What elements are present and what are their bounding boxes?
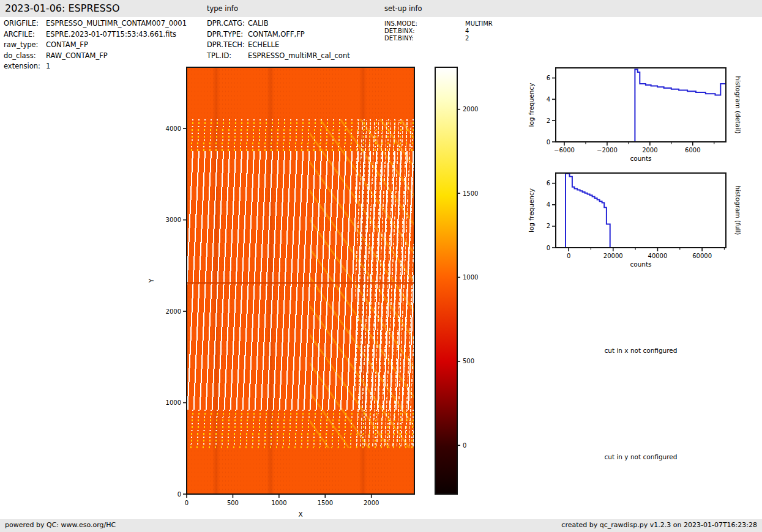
metadata-value: ECHELLE xyxy=(248,40,279,49)
metadata-row: raw_type:CONTAM_FP xyxy=(4,40,187,51)
metadata-row: INS.MODE:MULTIMR xyxy=(384,20,493,28)
metadata-value: ESPRESSO_multiMR_cal_cont xyxy=(248,51,350,60)
svg-text:1500: 1500 xyxy=(463,190,478,197)
file-metadata-block: ORIGFILE:ESPRESSO_MULTIMR_CONTAM007_0001… xyxy=(4,18,187,72)
metadata-row: DET.BINX:4 xyxy=(384,28,493,35)
metadata-value: MULTIMR xyxy=(465,20,493,27)
svg-text:0: 0 xyxy=(185,500,189,506)
svg-text:4000: 4000 xyxy=(166,125,181,132)
svg-text:500: 500 xyxy=(463,358,474,364)
metadata-label: ARCFILE: xyxy=(4,29,46,40)
setup-info-heading: set-up info xyxy=(384,4,422,13)
metadata-label: DPR.TYPE: xyxy=(207,29,248,40)
metadata-value: 2 xyxy=(465,35,469,42)
svg-text:6: 6 xyxy=(547,180,550,187)
svg-text:2000: 2000 xyxy=(166,308,181,315)
setup-info-block: INS.MODE:MULTIMR DET.BINX:4 DET.BINY:2 xyxy=(384,20,493,42)
svg-text:1000: 1000 xyxy=(166,399,181,406)
svg-text:counts: counts xyxy=(630,260,651,268)
note-cut-y: cut in y not configured xyxy=(556,453,726,460)
raw-image-plot: 050010001500200001000200030004000XY xyxy=(187,67,414,494)
svg-text:1500: 1500 xyxy=(318,500,333,506)
type-info-block: DPR.CATG:CALIB DPR.TYPE:CONTAM,OFF,FP DP… xyxy=(207,18,350,61)
metadata-value: CONTAM,OFF,FP xyxy=(248,30,305,39)
svg-text:0: 0 xyxy=(463,442,466,449)
metadata-value: 1 xyxy=(46,62,50,70)
metadata-label: ORIGFILE: xyxy=(4,18,46,29)
metadata-value: 4 xyxy=(465,28,469,34)
svg-text:60000: 60000 xyxy=(692,253,712,259)
metadata-value: CONTAM_FP xyxy=(46,40,88,49)
metadata-label: DET.BINX: xyxy=(384,28,465,35)
raw-image-axes: 050010001500200001000200030004000XY xyxy=(187,67,414,494)
metadata-value: RAW_CONTAM_FP xyxy=(46,51,108,60)
svg-text:1000: 1000 xyxy=(463,274,478,281)
metadata-row: DPR.CATG:CALIB xyxy=(207,18,350,29)
svg-text:6000: 6000 xyxy=(685,147,700,153)
svg-text:X: X xyxy=(298,511,302,518)
metadata-row: ARCFILE:ESPRE.2023-01-07T15:53:43.661.fi… xyxy=(4,29,187,40)
metadata-value: CALIB xyxy=(248,19,269,28)
svg-text:0: 0 xyxy=(567,253,570,259)
metadata-label: do_class: xyxy=(4,51,46,62)
svg-text:0: 0 xyxy=(177,491,181,498)
metadata-label: DET.BINY: xyxy=(384,35,465,42)
svg-text:3000: 3000 xyxy=(166,216,181,223)
page-title: 2023-01-06: ESPRESSO xyxy=(5,2,120,14)
svg-text:Y: Y xyxy=(148,278,155,283)
metadata-row: TPL.ID:ESPRESSO_multiMR_cal_cont xyxy=(207,51,350,62)
metadata-row: DET.BINY:2 xyxy=(384,35,493,42)
colorbar: 0500100015002000 xyxy=(435,67,457,494)
svg-text:500: 500 xyxy=(227,500,239,506)
svg-text:2000: 2000 xyxy=(463,106,478,113)
svg-text:2: 2 xyxy=(547,117,550,124)
svg-text:40000: 40000 xyxy=(648,253,668,259)
metadata-value: ESPRESSO_MULTIMR_CONTAM007_0001 xyxy=(46,19,187,28)
svg-text:log frequency: log frequency xyxy=(528,83,535,127)
svg-text:−6000: −6000 xyxy=(554,147,575,153)
svg-text:4: 4 xyxy=(547,201,550,208)
metadata-row: do_class:RAW_CONTAM_FP xyxy=(4,51,187,62)
svg-text:4: 4 xyxy=(547,96,550,103)
svg-text:2: 2 xyxy=(547,223,550,229)
svg-text:6: 6 xyxy=(547,75,550,81)
metadata-label: DPR.CATG: xyxy=(207,18,248,29)
footer-powered-by: powered by QC: www.eso.org/HC xyxy=(5,521,116,529)
svg-text:20000: 20000 xyxy=(603,253,623,259)
svg-text:histogram (detail): histogram (detail) xyxy=(734,76,742,133)
metadata-row: DPR.TECH:ECHELLE xyxy=(207,40,350,51)
metadata-label: TPL.ID: xyxy=(207,51,248,62)
metadata-row: extension:1 xyxy=(4,61,187,72)
svg-text:histogram (full): histogram (full) xyxy=(734,186,742,235)
histogram-detail-plot: −6000−2000200060000246countslog frequenc… xyxy=(556,68,726,142)
svg-text:2000: 2000 xyxy=(642,147,657,153)
metadata-label: extension: xyxy=(4,61,46,72)
metadata-value: ESPRE.2023-01-07T15:53:43.661.fits xyxy=(46,30,176,39)
metadata-label: raw_type: xyxy=(4,40,46,51)
svg-text:counts: counts xyxy=(630,155,651,162)
svg-text:0: 0 xyxy=(547,139,550,146)
svg-text:1000: 1000 xyxy=(271,500,286,506)
type-info-heading: type info xyxy=(207,4,238,13)
histogram-full-plot: 02000040000600000246countslog frequencyh… xyxy=(556,173,726,248)
footer-created-by: created by qc_rawdisp.py v1.2.3 on 2023-… xyxy=(561,521,757,529)
svg-text:log frequency: log frequency xyxy=(528,188,535,232)
metadata-row: DPR.TYPE:CONTAM,OFF,FP xyxy=(207,29,350,40)
svg-text:2000: 2000 xyxy=(364,500,379,506)
metadata-label: DPR.TECH: xyxy=(207,40,248,51)
svg-text:−2000: −2000 xyxy=(597,147,618,153)
colorbar-axes: 0500100015002000 xyxy=(435,67,457,494)
metadata-label: INS.MODE: xyxy=(384,20,465,28)
qc-report-page: 2023-01-06: ESPRESSO type info set-up in… xyxy=(0,0,762,532)
note-cut-x: cut in x not configured xyxy=(556,347,726,354)
metadata-row: ORIGFILE:ESPRESSO_MULTIMR_CONTAM007_0001 xyxy=(4,18,187,29)
svg-text:0: 0 xyxy=(547,245,550,251)
